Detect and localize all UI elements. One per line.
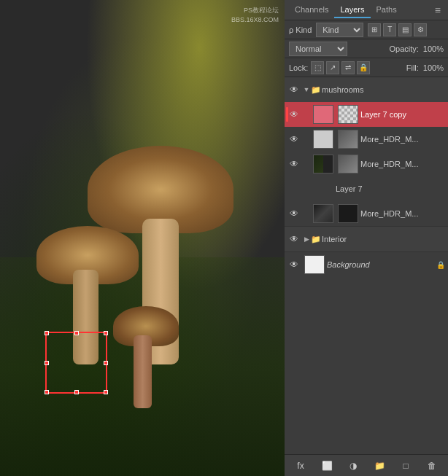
layer-row-mushrooms[interactable]: 👁 ▼ 📁 mushrooms bbox=[285, 77, 448, 102]
opacity-label: Opacity: bbox=[390, 44, 419, 53]
lock-row: Lock: ⬚ ↗ ⇌ 🔒 Fill: 100% bbox=[285, 58, 448, 77]
watermark-line1: PS教程论坛 bbox=[231, 6, 279, 15]
eye-hdm-3[interactable]: 👁 bbox=[287, 207, 301, 220]
kind-row: ρ Kind Kind ⊞ T ▤ ⚙ bbox=[285, 20, 448, 39]
watermark-line2: BBS.16X8.COM bbox=[231, 15, 279, 25]
thumb-7-copy-mask bbox=[338, 105, 358, 124]
canvas-area: PS教程论坛 BBS.16X8.COM bbox=[0, 0, 285, 476]
mushroom-small-stem bbox=[134, 335, 152, 408]
layer-name-7: Layer 7 bbox=[336, 184, 445, 193]
handle-tr[interactable] bbox=[104, 331, 108, 335]
layer-row-hdm-3[interactable]: 👁 More_HDR_M... bbox=[285, 201, 448, 226]
panel-menu-button[interactable]: ≡ bbox=[432, 3, 444, 17]
lock-transparent-btn[interactable]: ⬚ bbox=[311, 61, 324, 74]
layer-group-mushrooms: 👁 ▼ 📁 mushrooms 👁 Layer 7 copy bbox=[285, 77, 448, 227]
handle-tm[interactable] bbox=[74, 331, 79, 335]
layer-name-interior: Interior bbox=[322, 235, 445, 243]
delete-layer-button[interactable]: 🗑 bbox=[424, 458, 440, 474]
kind-icon-pixel[interactable]: ⊞ bbox=[368, 23, 381, 36]
expand-interior[interactable]: ▶ bbox=[302, 235, 311, 243]
normal-row: Normal Opacity: 100% bbox=[285, 39, 448, 58]
tab-layers[interactable]: Layers bbox=[334, 2, 370, 18]
eye-hdm-1[interactable]: 👁 bbox=[287, 133, 301, 146]
thumb-7-copy bbox=[313, 105, 333, 124]
thumb-grey-2 bbox=[339, 155, 358, 173]
thumb-hdm-2 bbox=[313, 155, 333, 173]
new-group-button[interactable]: 📁 bbox=[371, 458, 387, 474]
thumb-hdm-1-mask bbox=[338, 130, 358, 149]
layer-name-hdm-3: More_HDR_M... bbox=[360, 209, 445, 218]
eye-hdm-2[interactable]: 👁 bbox=[287, 157, 301, 171]
kind-icon-adjustment[interactable]: T bbox=[383, 23, 396, 36]
handle-bl[interactable] bbox=[45, 390, 49, 394]
opacity-value: 100% bbox=[423, 44, 444, 53]
add-mask-icon: ⬜ bbox=[322, 461, 333, 471]
kind-select[interactable]: Kind bbox=[316, 23, 363, 37]
fx-label: fx bbox=[297, 461, 304, 471]
layer-name-background: Background bbox=[327, 260, 435, 269]
handle-ml[interactable] bbox=[45, 361, 49, 365]
expand-mushrooms[interactable]: ▼ bbox=[302, 85, 311, 94]
kind-label: ρ Kind bbox=[289, 26, 312, 34]
thumb-hdm-3-mask bbox=[338, 204, 358, 223]
tab-paths[interactable]: Paths bbox=[371, 2, 403, 18]
watermark: PS教程论坛 BBS.16X8.COM bbox=[231, 6, 279, 24]
layer-name-mushrooms: mushrooms bbox=[322, 85, 445, 94]
kind-icons: ⊞ T ▤ ⚙ bbox=[368, 23, 427, 36]
canvas-image bbox=[0, 0, 285, 476]
group-icon: 📁 bbox=[374, 461, 385, 471]
eye-7[interactable] bbox=[287, 182, 301, 195]
thumb-pink bbox=[314, 106, 333, 123]
layer-row-interior[interactable]: 👁 ▶ 📁 Interior bbox=[285, 227, 448, 251]
folder-icon-mushrooms: 📁 bbox=[311, 85, 321, 95]
adjustment-button[interactable]: ◑ bbox=[345, 458, 361, 474]
kind-icon-text[interactable]: ▤ bbox=[398, 23, 412, 36]
fill-value: 100% bbox=[423, 63, 444, 72]
thumb-background bbox=[304, 255, 325, 274]
thumb-white bbox=[305, 256, 324, 273]
blend-mode-select[interactable]: Normal bbox=[289, 42, 347, 56]
adjustment-icon: ◑ bbox=[349, 461, 357, 471]
lock-all-btn[interactable]: 🔒 bbox=[357, 61, 370, 74]
layer-row-background[interactable]: 👁 Background 🔒 bbox=[285, 252, 448, 277]
kind-icon-shape[interactable]: ⚙ bbox=[414, 23, 427, 36]
layer-row-7[interactable]: Layer 7 bbox=[285, 176, 448, 201]
layer-name-hdm-1: More_HDR_M... bbox=[360, 135, 445, 144]
layers-panel: Channels Layers Paths ≡ ρ Kind Kind ⊞ T … bbox=[285, 0, 448, 476]
layers-list[interactable]: 👁 ▼ 📁 mushrooms 👁 Layer 7 copy bbox=[285, 77, 448, 454]
folder-icon-interior: 📁 bbox=[311, 235, 321, 244]
thumb-dark2 bbox=[314, 205, 333, 222]
red-indicator bbox=[286, 107, 288, 122]
fill-label: Fill: bbox=[406, 63, 419, 72]
lock-position-btn[interactable]: ⇌ bbox=[341, 61, 355, 74]
thumb-7 bbox=[313, 179, 333, 198]
handle-br[interactable] bbox=[104, 390, 108, 394]
eye-interior[interactable]: 👁 bbox=[287, 233, 301, 246]
handle-bm[interactable] bbox=[74, 390, 79, 394]
fx-button[interactable]: fx bbox=[293, 458, 309, 474]
eye-mushrooms[interactable]: 👁 bbox=[287, 83, 301, 96]
thumb-grey bbox=[339, 130, 358, 148]
eye-7-copy[interactable]: 👁 bbox=[287, 108, 301, 121]
layer-row-hdm-1[interactable]: 👁 More_HDR_M... bbox=[285, 127, 448, 152]
lock-label: Lock: bbox=[289, 63, 308, 72]
thumb-hdm-3 bbox=[313, 204, 333, 223]
new-layer-icon: □ bbox=[403, 461, 408, 471]
delete-icon: 🗑 bbox=[428, 461, 436, 471]
lock-image-btn[interactable]: ↗ bbox=[326, 61, 339, 74]
tab-channels[interactable]: Channels bbox=[289, 2, 334, 18]
handle-tl[interactable] bbox=[45, 331, 49, 335]
layer-row-7-copy[interactable]: 👁 Layer 7 copy bbox=[285, 102, 448, 127]
lock-icons: ⬚ ↗ ⇌ 🔒 bbox=[311, 61, 370, 74]
panel-tabs: Channels Layers Paths ≡ bbox=[285, 0, 448, 20]
handle-mr[interactable] bbox=[104, 361, 108, 365]
thumb-checker bbox=[339, 106, 358, 123]
add-mask-button[interactable]: ⬜ bbox=[319, 458, 335, 474]
layer-name-hdm-2: More_HDR_M... bbox=[360, 160, 445, 168]
panel-toolbar: fx ⬜ ◑ 📁 □ 🗑 bbox=[285, 454, 448, 476]
layer-row-hdm-2[interactable]: 👁 More_HDR_M... bbox=[285, 152, 448, 176]
eye-background[interactable]: 👁 bbox=[287, 258, 301, 271]
selection-box bbox=[45, 332, 107, 394]
background-lock-icon: 🔒 bbox=[436, 261, 445, 269]
new-layer-button[interactable]: □ bbox=[398, 458, 414, 474]
